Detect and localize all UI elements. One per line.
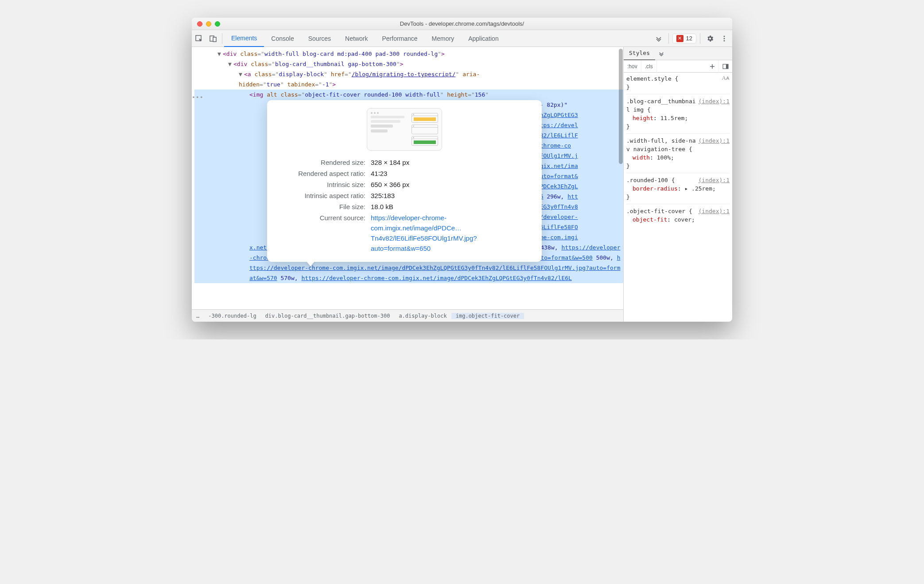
toolbar-separator <box>668 33 669 44</box>
styles-pane: Styles :hov .cls Aᴀ element.sty <box>624 47 732 322</box>
tab-sources[interactable]: Sources <box>301 30 338 47</box>
tooltip-value: 41∶23 <box>371 168 532 179</box>
cls-toggle[interactable]: .cls <box>641 60 657 73</box>
error-icon: ✕ <box>676 35 683 42</box>
devtools-toolbar: Elements Console Sources Network Perform… <box>192 30 732 47</box>
svg-point-5 <box>724 40 725 41</box>
layout-toggle-icon[interactable] <box>719 60 732 73</box>
tooltip-label: File size: <box>277 202 365 212</box>
close-window-button[interactable] <box>197 21 202 27</box>
css-value[interactable]: 11.5rem; <box>660 115 688 121</box>
breadcrumb-ellipsis[interactable]: … <box>192 313 204 319</box>
devtools-window: DevTools - developer.chrome.com/tags/dev… <box>192 18 732 322</box>
settings-icon[interactable] <box>704 32 716 45</box>
tooltip-value-link[interactable]: https://developer-chrome-com.imgix.net/i… <box>371 213 532 253</box>
dom-node[interactable]: ▼<a class="display-block" href="/blog/mi… <box>194 69 623 79</box>
tab-application[interactable]: Application <box>461 30 506 47</box>
css-property[interactable]: border-radius <box>633 185 678 192</box>
tooltip-value: 325∶183 <box>371 191 532 201</box>
css-selector: .object-fit-cover { <box>626 207 692 215</box>
tooltip-label: Current source: <box>277 213 365 253</box>
css-source-link[interactable]: (index):1 <box>699 176 730 184</box>
css-brace: } <box>626 162 730 170</box>
dom-node-selected[interactable]: <img alt class="object-fit-cover rounded… <box>194 90 623 100</box>
tab-network[interactable]: Network <box>338 30 375 47</box>
minimize-window-button[interactable] <box>206 21 211 27</box>
mini-window-icon <box>412 125 438 134</box>
dom-node[interactable]: ▼<div class="width-full blog-card md:pad… <box>194 49 623 59</box>
css-rule[interactable]: element.style { } <box>626 74 730 94</box>
css-source-link[interactable]: (index):1 <box>699 207 730 215</box>
tab-performance[interactable]: Performance <box>375 30 424 47</box>
content-area: ••• ▼<div class="width-full blog-card md… <box>192 47 732 322</box>
mini-window-icon <box>412 113 438 123</box>
tooltip-label: Rendered aspect ratio: <box>277 168 365 179</box>
image-hover-tooltip: Rendered size:328 × 184 px Rendered aspe… <box>267 100 542 262</box>
computed-font-icon[interactable]: Aᴀ <box>722 74 730 82</box>
window-title: DevTools - developer.chrome.com/tags/dev… <box>192 20 732 27</box>
css-value[interactable]: ▸ .25rem; <box>684 185 715 192</box>
css-selector: .rounded-100 { <box>626 176 675 184</box>
gutter-ellipsis-icon: ••• <box>192 92 202 102</box>
inspect-element-icon[interactable] <box>192 30 206 47</box>
tab-elements[interactable]: Elements <box>224 30 264 47</box>
zoom-window-button[interactable] <box>215 21 220 27</box>
breadcrumb-item[interactable]: -300.rounded-lg <box>204 313 260 319</box>
tooltip-value: 18.0 kB <box>371 202 532 212</box>
tab-console[interactable]: Console <box>264 30 301 47</box>
css-rule[interactable]: .object-fit-cover {(index):1 object-fit:… <box>626 207 730 226</box>
css-selector: element.style { <box>626 74 678 83</box>
css-source-link[interactable]: (index):1 <box>699 97 730 114</box>
breadcrumb-item[interactable]: div.blog-card__thumbnail.gap-bottom-300 <box>261 313 395 319</box>
svg-rect-7 <box>726 64 728 69</box>
css-selector: .width-full, side-nav navigation-tree { <box>626 136 699 153</box>
css-rule[interactable]: .rounded-100 {(index):1 border-radius: ▸… <box>626 176 730 204</box>
css-rule[interactable]: .blog-card__thumbnail img {(index):1 hei… <box>626 97 730 134</box>
css-value[interactable]: 100%; <box>657 154 674 161</box>
tab-memory[interactable]: Memory <box>425 30 462 47</box>
css-property[interactable]: width <box>633 154 650 161</box>
styles-filter-bar: :hov .cls <box>624 60 732 73</box>
more-tabs-icon[interactable] <box>655 47 668 60</box>
dom-tree[interactable]: ••• ▼<div class="width-full blog-card md… <box>192 47 623 309</box>
toolbar-separator <box>700 33 700 44</box>
dom-breadcrumbs: … -300.rounded-lg div.blog-card__thumbna… <box>192 309 623 322</box>
more-tabs-icon[interactable] <box>652 32 665 45</box>
css-brace: } <box>626 193 730 201</box>
tooltip-pointer-icon <box>306 261 315 266</box>
thumbnail-preview <box>367 108 442 151</box>
tooltip-label: Intrinsic aspect ratio: <box>277 191 365 201</box>
css-value[interactable]: cover; <box>674 216 695 223</box>
tooltip-value: 328 × 184 px <box>371 157 532 167</box>
tooltip-label: Intrinsic size: <box>277 179 365 190</box>
window-titlebar: DevTools - developer.chrome.com/tags/dev… <box>192 18 732 30</box>
css-property[interactable]: height <box>633 115 653 121</box>
css-brace: } <box>626 83 730 91</box>
svg-rect-2 <box>213 37 216 42</box>
tab-styles[interactable]: Styles <box>624 47 655 60</box>
error-count-badge[interactable]: ✕ 12 <box>672 34 696 43</box>
css-selector: .blog-card__thumbnail img { <box>626 97 699 114</box>
svg-point-3 <box>724 35 725 37</box>
thumb-sub-line <box>371 129 388 132</box>
css-rules[interactable]: Aᴀ element.style { } .blog-card__thumbna… <box>624 73 732 322</box>
dom-node[interactable]: ▼<div class="blog-card__thumbnail gap-bo… <box>194 59 623 69</box>
thumb-title-line <box>371 116 404 118</box>
traffic-lights <box>197 21 220 27</box>
new-rule-icon[interactable] <box>706 60 719 73</box>
panel-tabs: Elements Console Sources Network Perform… <box>224 30 506 47</box>
scrollbar-thumb[interactable] <box>619 49 623 164</box>
breadcrumb-item-selected[interactable]: img.object-fit-cover <box>451 313 524 319</box>
breadcrumb-item[interactable]: a.display-block <box>394 313 451 319</box>
css-property[interactable]: object-fit <box>633 216 667 223</box>
hover-toggle[interactable]: :hov <box>624 60 641 73</box>
css-rule[interactable]: .width-full, side-nav navigation-tree {(… <box>626 136 730 173</box>
css-brace: } <box>626 122 730 131</box>
toolbar-separator <box>222 33 222 44</box>
tooltip-value: 650 × 366 px <box>371 179 532 190</box>
dom-node-cont[interactable]: hidden="true" tabindex="-1"> <box>194 79 623 90</box>
kebab-menu-icon[interactable] <box>718 32 730 45</box>
thumb-sub-line <box>371 120 400 123</box>
css-source-link[interactable]: (index):1 <box>699 136 730 153</box>
device-toolbar-icon[interactable] <box>206 30 220 47</box>
